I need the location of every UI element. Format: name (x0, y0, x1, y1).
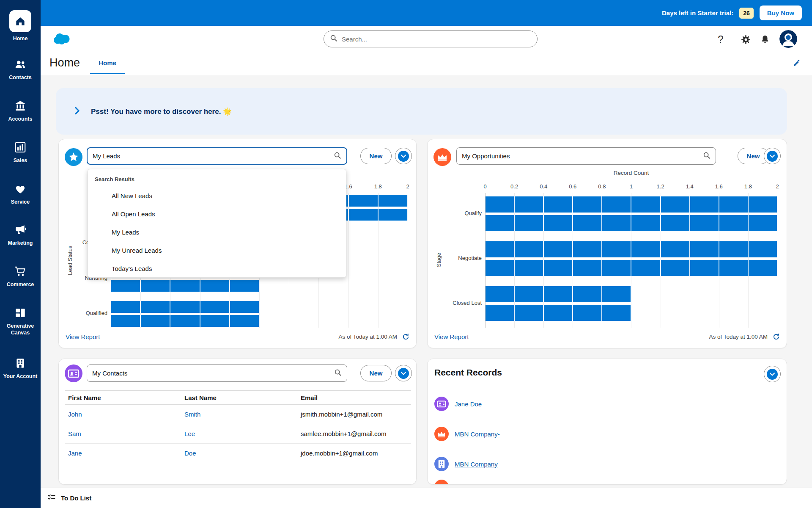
contact-last-name-link[interactable]: Smith (184, 411, 200, 418)
contact-first-name-link[interactable]: John (68, 411, 82, 418)
x-tick-label: 2 (406, 183, 409, 190)
sidebar-item-your-account[interactable]: Your Account (0, 356, 41, 380)
x-tick-label: 0.6 (569, 183, 576, 190)
sidebar-item-generative-canvas[interactable]: Generative Canvas (0, 306, 41, 336)
sidebar-item-label: Home (11, 36, 30, 42)
record-link[interactable]: MBN Company (455, 461, 498, 468)
todo-list-icon (47, 493, 56, 503)
x-tick-label: 0.4 (540, 183, 547, 190)
contacts-new-button[interactable]: New (360, 365, 392, 381)
search-icon (334, 369, 342, 378)
column-header-last-name: Last Name (181, 391, 297, 405)
contact-email: jdoe.mobbin+1@gmail.com (297, 444, 411, 463)
leads-card-footer: View Report As of Today at 1:00 AM (66, 333, 409, 340)
dropdown-option-all-open-leads[interactable]: All Open Leads (88, 205, 346, 223)
tab-home[interactable]: Home (90, 52, 125, 74)
sidebar-item-accounts[interactable]: Accounts (0, 99, 41, 123)
dropdown-option-my-unread-leads[interactable]: My Unread Leads (88, 241, 346, 260)
refresh-icon[interactable] (773, 333, 780, 340)
as-of-timestamp: As of Today at 1:00 AM (338, 334, 397, 340)
search-icon (330, 34, 337, 44)
search-icon (703, 152, 710, 161)
x-tick-label: 0 (483, 183, 486, 190)
todo-list-label: To Do List (61, 494, 91, 502)
contact-object-icon (65, 364, 82, 382)
buy-now-button[interactable]: Buy Now (760, 6, 802, 20)
refresh-icon[interactable] (402, 333, 409, 340)
salesforce-logo (52, 32, 72, 48)
recent-record-jane-doe[interactable]: Jane Doe (434, 397, 482, 411)
bar (486, 286, 631, 321)
leads-actions-dropdown-button[interactable] (395, 148, 412, 164)
contact-first-name-link[interactable]: Sam (68, 430, 81, 437)
dropdown-option-all-new-leads[interactable]: All New Leads (88, 187, 346, 205)
contact-last-name-link[interactable]: Lee (184, 430, 195, 437)
x-tick-label: 1.8 (374, 183, 382, 190)
dropdown-option-todays-leads[interactable]: Today's Leads (88, 260, 346, 278)
opportunities-chart-title: Record Count (485, 170, 777, 176)
leads-card: New Lead Status 00.20.40.60.811.21.41.61… (58, 139, 417, 348)
view-report-link[interactable]: View Report (434, 333, 469, 340)
record-link[interactable]: MBN Company- (455, 431, 500, 438)
sidebar-item-label: Generative Canvas (0, 323, 41, 336)
discover-banner: Psst! You have more to discover here. 🌟 (56, 88, 787, 135)
category-label: Qualified (65, 310, 107, 318)
chevron-down-icon (767, 369, 778, 380)
chevron-down-icon (767, 151, 778, 162)
trial-days-label: Days left in Starter trial: (662, 9, 733, 17)
accounts-icon (14, 99, 27, 113)
opportunities-card: New Record Count Stage 00.20.40.60.811.2… (427, 139, 787, 348)
contacts-listview-selector (87, 364, 347, 382)
opportunity-object-icon (433, 148, 451, 166)
salesforce-home-screen: Home Contacts Accounts Sales Service (0, 0, 812, 508)
sidebar-item-sales[interactable]: Sales (0, 141, 41, 164)
marketing-megaphone-icon (14, 223, 27, 237)
recent-records-card: Recent Records Jane Doe MBN Company- (427, 359, 787, 485)
column-header-first-name: First Name (65, 391, 181, 405)
leads-listview-input[interactable] (93, 152, 334, 160)
todo-list-bar[interactable]: To Do List (41, 488, 812, 508)
contacts-table: First Name Last Name Email John Smith js… (65, 390, 411, 463)
edit-page-pencil-icon[interactable] (793, 59, 801, 69)
contacts-listview-input[interactable] (92, 370, 334, 377)
global-search-input[interactable] (342, 36, 531, 43)
generative-canvas-icon (14, 306, 27, 320)
sidebar-item-service[interactable]: Service (0, 182, 41, 206)
page-title: Home (49, 56, 80, 69)
contact-record-icon (434, 397, 449, 411)
recent-record-mbn-company-account[interactable]: MBN Company (434, 457, 498, 471)
opportunities-card-footer: View Report As of Today at 1:00 AM (434, 333, 780, 340)
sidebar-item-marketing[interactable]: Marketing (0, 223, 41, 247)
recent-records-dropdown-button[interactable] (764, 366, 781, 382)
global-search (324, 30, 538, 47)
bar (111, 301, 260, 327)
dropdown-option-my-leads[interactable]: My Leads (88, 223, 346, 241)
contacts-actions-dropdown-button[interactable] (395, 365, 412, 381)
contact-last-name-link[interactable]: Doe (184, 450, 196, 457)
sidebar-item-home[interactable]: Home (0, 10, 41, 42)
page-header: Home Home (41, 52, 812, 75)
contact-first-name-link[interactable]: Jane (68, 450, 82, 457)
x-tick-label: 1 (630, 183, 633, 190)
setup-gear-icon[interactable] (739, 33, 752, 46)
sidebar-item-label: Your Account (2, 373, 39, 380)
opportunities-listview-input[interactable] (462, 152, 703, 160)
notifications-bell-icon[interactable] (759, 33, 771, 46)
sidebar-item-commerce[interactable]: Commerce (0, 265, 41, 288)
sidebar-item-contacts[interactable]: Contacts (0, 58, 41, 81)
user-avatar[interactable] (779, 30, 797, 48)
column-header-email: Email (297, 391, 411, 405)
trial-days-badge: 26 (739, 8, 754, 19)
table-row: Jane Doe jdoe.mobbin+1@gmail.com (65, 444, 411, 463)
sidebar-item-label: Sales (12, 157, 29, 164)
leads-new-button[interactable]: New (360, 148, 392, 164)
app-sidebar: Home Contacts Accounts Sales Service (0, 0, 41, 508)
view-report-link[interactable]: View Report (66, 333, 100, 340)
opportunities-actions-dropdown-button[interactable] (764, 148, 781, 164)
recent-record-mbn-company-opportunity[interactable]: MBN Company- (434, 427, 500, 441)
chevron-right-icon[interactable] (74, 107, 80, 116)
help-button[interactable]: ? (714, 33, 727, 46)
chevron-down-icon (398, 151, 409, 162)
chevron-down-icon (398, 368, 409, 379)
record-link[interactable]: Jane Doe (455, 400, 482, 408)
